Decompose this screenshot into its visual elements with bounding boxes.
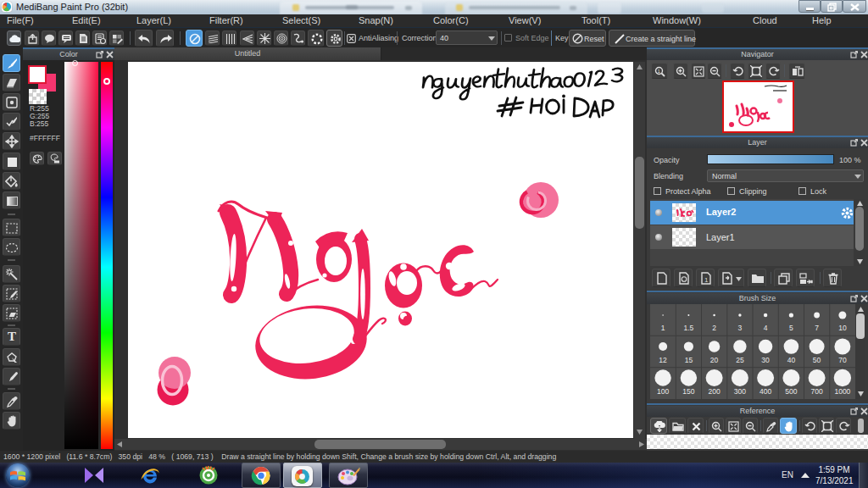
svg-text:1: 1 [658,69,661,74]
svg-text:3: 3 [738,324,743,332]
svg-text:4: 4 [764,324,768,332]
svg-text:5: 5 [789,324,793,332]
svg-text:200: 200 [709,387,721,396]
svg-text:700: 700 [811,387,823,396]
svg-text:300: 300 [734,387,746,396]
svg-text:1: 1 [661,324,665,332]
svg-text:150: 150 [682,387,694,396]
svg-text:20: 20 [710,356,719,364]
svg-text:15: 15 [685,356,693,364]
svg-text:12: 12 [659,356,667,364]
svg-text:30: 30 [761,356,770,364]
svg-text:70: 70 [838,356,847,364]
svg-text:500: 500 [785,387,797,396]
svg-text:10: 10 [838,324,847,332]
svg-text:40: 40 [787,356,796,364]
svg-text:1: 1 [704,276,709,284]
svg-text:2: 2 [712,324,716,332]
svg-text:100: 100 [657,387,669,396]
svg-text:400: 400 [760,387,771,396]
svg-text:50: 50 [813,356,821,364]
svg-text:1.5: 1.5 [683,324,693,332]
svg-text:25: 25 [736,356,744,364]
svg-text:7: 7 [815,324,819,332]
svg-text:1000: 1000 [834,387,850,396]
